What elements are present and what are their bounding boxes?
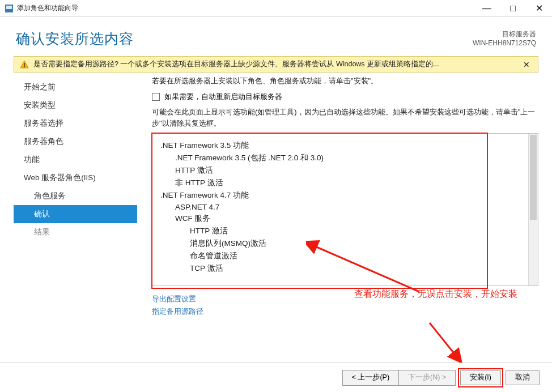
list-item: TCP 激活 [190, 262, 520, 275]
step-results: 结果 [14, 223, 137, 241]
list-item: WCF 服务 [175, 212, 520, 225]
restart-checkbox-label: 如果需要，自动重新启动目标服务器 [164, 92, 282, 102]
list-item: .NET Framework 3.5 功能 [160, 139, 520, 152]
list-item: 非 HTTP 激活 [175, 177, 520, 189]
list-item: 命名管道激活 [190, 250, 520, 262]
wizard-icon [5, 4, 14, 13]
step-web-server-iis[interactable]: Web 服务器角色(IIS) [14, 169, 137, 187]
annotation-arrow-to-install [424, 317, 469, 363]
titlebar: 添加角色和功能向导 — □ ✕ [0, 0, 552, 17]
scrollbar-thumb[interactable] [530, 135, 537, 220]
content-pane: 若要在所选服务器上安装以下角色、角色服务或功能，请单击"安装"。 如果需要，自动… [137, 76, 538, 319]
svg-rect-3 [24, 63, 25, 66]
button-bar: < 上一步(P) 下一步(N) > 安装(I) 取消 [0, 363, 552, 392]
page-header: 确认安装所选内容 目标服务器 WIN-EHH8N712S7Q [0, 17, 552, 56]
step-role-services[interactable]: 角色服务 [14, 187, 137, 205]
next-button: 下一步(N) > [399, 370, 455, 385]
page-title: 确认安装所选内容 [16, 29, 473, 48]
minimize-button[interactable]: — [474, 0, 500, 17]
step-server-selection[interactable]: 服务器选择 [14, 114, 137, 133]
annotation-text: 查看功能服务，无误点击安装，开始安装 [354, 288, 517, 300]
list-item: HTTP 激活 [190, 225, 520, 237]
close-window-button[interactable]: ✕ [526, 0, 552, 17]
target-info: 目标服务器 WIN-EHH8N712S7Q [473, 29, 536, 47]
optional-features-note: 可能会在此页面上显示可选功能(如管理工具)，因为已自动选择这些功能。如果不希望安… [152, 106, 538, 129]
warning-bar: 是否需要指定备用源路径? 一个或多个安装选项在目标服务器上缺少源文件。服务器将尝… [14, 56, 538, 73]
scrollbar[interactable] [528, 134, 538, 286]
install-button[interactable]: 安装(I) [460, 370, 501, 385]
target-server-name: WIN-EHH8N712S7Q [473, 39, 536, 47]
intro-text: 若要在所选服务器上安装以下角色、角色服务或功能，请单击"安装"。 [152, 76, 538, 86]
list-item: .NET Framework 3.5 (包括 .NET 2.0 和 3.0) [175, 152, 520, 164]
step-features[interactable]: 功能 [14, 151, 137, 169]
wizard-steps-sidebar: 开始之前 安装类型 服务器选择 服务器角色 功能 Web 服务器角色(IIS) … [14, 76, 137, 319]
warning-close-button[interactable]: ✕ [521, 60, 532, 69]
cancel-button[interactable]: 取消 [506, 370, 540, 385]
list-item: ASP.NET 4.7 [175, 202, 520, 212]
step-confirmation[interactable]: 确认 [14, 205, 137, 223]
selections-list: .NET Framework 3.5 功能.NET Framework 3.5 … [152, 134, 528, 286]
restart-checkbox-row[interactable]: 如果需要，自动重新启动目标服务器 [152, 92, 538, 102]
step-server-roles[interactable]: 服务器角色 [14, 133, 137, 151]
list-item: .NET Framework 4.7 功能 [160, 189, 520, 202]
warning-text: 是否需要指定备用源路径? 一个或多个安装选项在目标服务器上缺少源文件。服务器将尝… [33, 59, 521, 69]
alt-source-path-link[interactable]: 指定备用源路径 [152, 305, 538, 318]
selections-listbox: .NET Framework 3.5 功能.NET Framework 3.5 … [152, 133, 538, 286]
window-title: 添加角色和功能向导 [17, 3, 78, 13]
step-installation-type[interactable]: 安装类型 [14, 96, 137, 114]
warning-icon [20, 60, 29, 69]
previous-button[interactable]: < 上一步(P) [343, 370, 399, 385]
target-label: 目标服务器 [473, 29, 536, 39]
list-item: 消息队列(MSMQ)激活 [190, 237, 520, 250]
list-item: HTTP 激活 [175, 164, 520, 177]
svg-rect-1 [6, 6, 12, 9]
step-before-you-begin[interactable]: 开始之前 [14, 78, 137, 96]
svg-line-8 [430, 323, 455, 355]
restart-checkbox[interactable] [152, 93, 160, 101]
nav-button-pair: < 上一步(P) 下一步(N) > [342, 370, 456, 386]
maximize-button[interactable]: □ [500, 0, 526, 17]
svg-rect-4 [24, 66, 25, 67]
